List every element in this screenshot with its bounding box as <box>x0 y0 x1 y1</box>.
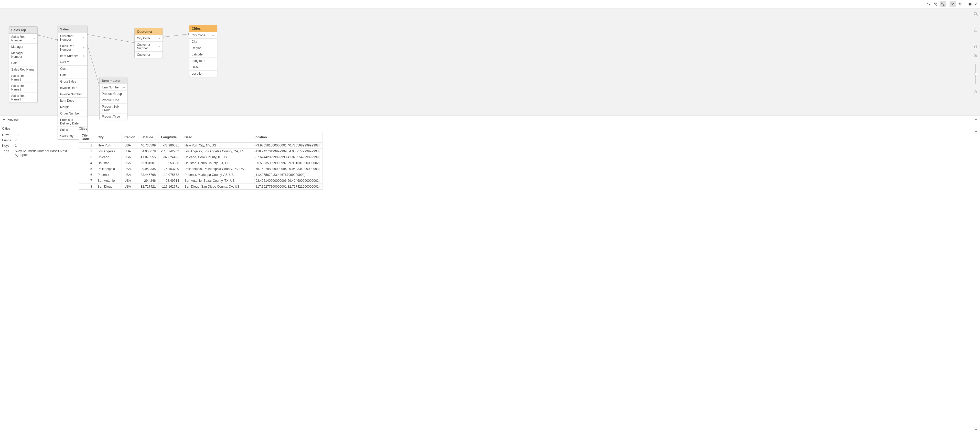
dropdown-icon[interactable] <box>974 1 977 7</box>
meta-fields-label: Fields <box>2 138 15 142</box>
table-field[interactable]: Sales Rep Name3 <box>9 93 37 103</box>
col-header[interactable]: Longitude <box>158 132 182 143</box>
table-field[interactable]: Desc <box>189 64 217 71</box>
table-field[interactable]: City Code <box>189 32 217 39</box>
table-row[interactable]: 2Los AngelesUSA34.053678-118.242702Los A… <box>79 149 323 154</box>
separator <box>965 2 965 6</box>
table-field[interactable]: Item Desc <box>58 98 87 104</box>
table-field[interactable]: %KEY <box>58 59 87 66</box>
table-sales-rep[interactable]: Sales repSales Rep NumberManagerManager … <box>9 26 38 103</box>
table-field[interactable]: Product Line <box>100 97 127 103</box>
home-icon[interactable] <box>974 44 978 49</box>
table-field[interactable]: Date <box>58 72 87 78</box>
table-field[interactable]: Sales Rep Name2 <box>9 83 37 93</box>
table-header[interactable]: Sales rep <box>9 27 37 34</box>
chevron-down-icon[interactable]: ▼ <box>974 118 977 122</box>
col-header[interactable]: Latitude <box>138 132 158 143</box>
col-header[interactable]: City <box>95 132 122 143</box>
zoom-in-icon[interactable] <box>974 54 978 58</box>
collapse-alt-icon[interactable] <box>932 1 939 7</box>
table-field[interactable]: Sales Rep Name <box>9 67 37 73</box>
expand-out-icon[interactable] <box>940 1 946 7</box>
tree-view-icon[interactable] <box>957 1 963 7</box>
table-field[interactable]: Product Group <box>100 91 127 97</box>
search-icon[interactable] <box>974 11 978 16</box>
scroll-up-icon[interactable]: ▲ <box>975 129 977 132</box>
table-field[interactable]: Latitude <box>189 51 217 58</box>
table-row[interactable]: 1New YorkUSA40.730599-73.986581New York … <box>79 143 323 149</box>
preview-label: Preview <box>6 118 18 122</box>
table-row[interactable]: 8San DiegoUSA32.717421-117.162771San Die… <box>79 184 323 190</box>
table-header[interactable]: Item master <box>100 77 127 84</box>
table-field[interactable]: GrossSales <box>58 78 87 85</box>
grid-view-icon[interactable] <box>967 1 974 7</box>
table-customer[interactable]: CustomerCity CodeCustomer NumberCustomer <box>134 28 163 58</box>
table-field[interactable]: Location <box>189 71 217 77</box>
table-field[interactable]: Sales Rep Name1 <box>9 73 37 83</box>
table-field[interactable]: Manager <box>9 44 37 50</box>
table-row[interactable]: 5PhiladelphiaUSA39.952335-75.163789Phila… <box>79 166 323 172</box>
meta-panel: Cities Rows100 Fields7 Keys1 Tags$key $n… <box>0 124 77 434</box>
table-row[interactable]: 6PhoenixUSA33.446768-112.075672Phoenix, … <box>79 172 323 178</box>
collapse-in-icon[interactable] <box>925 1 932 7</box>
svg-point-38 <box>158 38 159 39</box>
canvas-side-controls <box>974 11 978 94</box>
table-field[interactable]: Product Sub Group <box>100 103 127 114</box>
table-cities[interactable]: CitiesCity CodeCityRegionLatitudeLongitu… <box>189 25 217 77</box>
col-header[interactable]: Region <box>122 132 138 143</box>
table-field[interactable]: City Code <box>135 35 162 42</box>
svg-rect-8 <box>969 4 970 5</box>
table-field[interactable]: Customer Number <box>135 42 162 52</box>
table-header[interactable]: Sales <box>58 26 87 33</box>
table-field[interactable]: Cost <box>58 66 87 72</box>
svg-point-34 <box>83 55 84 57</box>
connectors <box>0 8 980 116</box>
zoom-slider[interactable] <box>975 63 976 84</box>
zoom-out-icon[interactable] <box>974 90 978 94</box>
table-field[interactable]: Path <box>9 60 37 67</box>
table-field[interactable]: Item Number <box>100 84 127 91</box>
preview-toggle-bar[interactable]: Preview ▼ <box>0 116 980 124</box>
table-field[interactable]: Customer <box>135 52 162 58</box>
lock-icon[interactable] <box>974 28 978 32</box>
table-field[interactable]: Manager Number <box>9 50 37 60</box>
table-field[interactable]: Margin <box>58 104 87 111</box>
table-field[interactable]: Longitude <box>189 58 217 64</box>
preview-body: Cities Rows100 Fields7 Keys1 Tags$key $n… <box>0 124 980 434</box>
zoom-thumb[interactable] <box>974 73 977 76</box>
svg-point-1 <box>953 3 954 4</box>
svg-line-55 <box>977 14 977 16</box>
svg-point-54 <box>974 12 977 15</box>
col-header[interactable]: Desc <box>182 132 251 143</box>
table-field[interactable]: Sales Rep Number <box>58 43 87 53</box>
table-field[interactable]: Customer Number <box>58 33 87 43</box>
col-header[interactable]: Location <box>251 132 322 143</box>
data-model-canvas[interactable]: Sales repSales Rep NumberManagerManager … <box>0 8 980 116</box>
table-field[interactable]: City <box>189 39 217 45</box>
meta-rows-label: Rows <box>2 133 15 137</box>
svg-rect-6 <box>969 3 970 4</box>
svg-line-10 <box>38 35 57 40</box>
table-row[interactable]: 4HoustonUSA29.981501-95.53836Houston, Ha… <box>79 160 323 166</box>
col-header[interactable]: City Code <box>79 132 95 143</box>
svg-line-19 <box>163 34 189 37</box>
table-row[interactable]: 7San AntonioUSA29.4246-98.49514San Anton… <box>79 178 323 184</box>
top-toolbar <box>0 0 980 8</box>
svg-point-42 <box>158 46 159 47</box>
table-field[interactable]: Region <box>189 45 217 51</box>
table-field[interactable]: Sales Rep Number <box>9 34 37 44</box>
caret-down-icon <box>3 119 5 120</box>
table-field[interactable]: Item Number <box>58 53 87 59</box>
table-header[interactable]: Customer <box>135 28 162 35</box>
data-panel: ▲ ▼ Cities City CodeCityRegionLatitudeLo… <box>77 124 980 434</box>
svg-line-13 <box>88 35 134 43</box>
scatter-view-icon[interactable] <box>950 1 956 7</box>
table-field[interactable]: Invoice Number <box>58 91 87 98</box>
meta-keys-val: 1 <box>15 144 75 147</box>
table-field[interactable]: Invoice Date <box>58 85 87 91</box>
table-item-master[interactable]: Item masterItem NumberProduct GroupProdu… <box>99 77 127 120</box>
svg-line-62 <box>977 93 977 93</box>
table-header[interactable]: Cities <box>189 25 217 32</box>
scroll-down-icon[interactable]: ▼ <box>975 428 977 431</box>
table-row[interactable]: 3ChicagoUSA41.875555-87.624421Chicago, C… <box>79 154 323 160</box>
